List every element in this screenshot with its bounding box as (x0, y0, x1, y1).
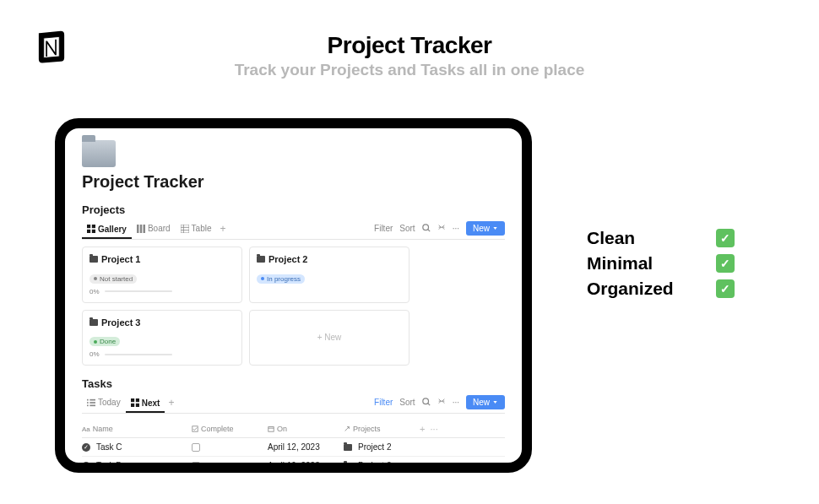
chevron-down-icon (492, 399, 498, 405)
projects-view-bar: Gallery Board Table + Filter Sort ··· N (82, 221, 505, 240)
progress-bar (105, 354, 172, 355)
column-projects[interactable]: Projects (344, 424, 420, 434)
card-title: Project 1 (101, 254, 140, 264)
hero-title: Project Tracker (0, 32, 819, 59)
list-icon (87, 398, 95, 407)
column-name[interactable]: AaName (82, 424, 192, 434)
task-date: April 19, 2023 (268, 461, 344, 470)
tab-table-label: Table (192, 224, 212, 233)
search-icon (422, 398, 431, 406)
checkmark-icon: ✓ (716, 254, 735, 273)
sort-button[interactable]: Sort (396, 224, 418, 233)
folder-icon (89, 256, 98, 263)
table-row[interactable]: ✓Task D April 19, 2023 Project 3 (82, 457, 505, 473)
table-icon (181, 225, 189, 233)
tasks-section-title: Tasks (82, 377, 505, 390)
svg-rect-1 (92, 225, 95, 228)
tab-gallery-label: Gallery (98, 225, 127, 234)
tab-gallery[interactable]: Gallery (82, 223, 132, 239)
tablet-frame: Project Tracker Projects Gallery Board T… (55, 118, 532, 473)
svg-rect-0 (87, 225, 90, 228)
svg-rect-3 (92, 230, 95, 233)
task-name: Task C (96, 442, 122, 452)
tasks-filter-button[interactable]: Filter (371, 398, 396, 407)
new-button-label: New (473, 224, 490, 233)
svg-line-12 (427, 229, 430, 231)
filter-button[interactable]: Filter (371, 224, 396, 233)
expand-button[interactable] (434, 224, 449, 234)
svg-rect-17 (87, 404, 89, 406)
feature-label: Minimal (587, 253, 653, 274)
svg-rect-20 (136, 398, 139, 402)
folder-icon (344, 463, 352, 469)
tasks-view-bar: Today Next + Filter Sort ··· New (82, 395, 505, 414)
folder-icon (82, 140, 116, 167)
svg-rect-13 (87, 398, 89, 400)
progress-label: 0% (89, 350, 100, 358)
check-icon: ✓ (82, 462, 90, 470)
task-name: Task D (96, 461, 122, 470)
tab-board-label: Board (148, 224, 171, 233)
page-title: Project Tracker (82, 172, 505, 192)
add-task-view-button[interactable]: + (165, 397, 177, 409)
feature-item: Minimal ✓ (587, 253, 735, 274)
folder-icon (344, 444, 352, 451)
folder-icon (257, 256, 265, 263)
feature-item: Organized ✓ (587, 279, 735, 299)
folder-icon (89, 319, 98, 326)
svg-rect-5 (140, 225, 143, 233)
tasks-search-button[interactable] (419, 398, 434, 408)
project-card[interactable]: Project 2 In progress (249, 247, 410, 303)
svg-point-23 (422, 398, 428, 404)
table-row[interactable]: ✓Task C April 12, 2023 Project 2 (82, 438, 505, 457)
hero-subtitle: Track your Projects and Tasks all in one… (0, 61, 819, 79)
add-column-button[interactable]: + ··· (420, 424, 438, 434)
svg-rect-7 (181, 225, 189, 233)
tasks-expand-button[interactable] (434, 398, 449, 408)
status-badge: Not started (89, 274, 137, 284)
checkbox[interactable] (192, 462, 200, 470)
column-on[interactable]: On (268, 424, 344, 434)
new-project-card[interactable]: + New (249, 310, 410, 366)
tab-table[interactable]: Table (176, 222, 217, 235)
chevron-down-icon (492, 225, 498, 231)
task-date: April 12, 2023 (268, 442, 344, 452)
column-complete[interactable]: Complete (192, 424, 268, 434)
search-button[interactable] (419, 224, 434, 234)
svg-rect-26 (268, 427, 274, 432)
progress-bar (105, 290, 172, 292)
svg-rect-14 (89, 398, 95, 400)
svg-rect-2 (87, 230, 90, 233)
tasks-more-button[interactable]: ··· (449, 398, 463, 407)
tab-next[interactable]: Next (126, 397, 165, 413)
checkmark-icon: ✓ (716, 229, 735, 247)
more-button[interactable]: ··· (449, 224, 463, 233)
project-card[interactable]: Project 3 Done 0% (82, 310, 242, 366)
task-project: Project 3 (358, 461, 391, 470)
svg-point-11 (422, 224, 428, 230)
tab-board[interactable]: Board (132, 222, 176, 235)
relation-icon (344, 425, 350, 432)
checkbox-icon (192, 425, 198, 432)
tab-today[interactable]: Today (82, 396, 126, 409)
new-project-button[interactable]: New (466, 221, 505, 236)
svg-rect-4 (137, 225, 139, 233)
board-icon (137, 225, 145, 233)
projects-gallery: Project 1 Not started 0% Project 2 In pr… (82, 247, 505, 366)
project-card[interactable]: Project 1 Not started 0% (82, 247, 242, 303)
card-title: Project 2 (268, 254, 307, 264)
progress-label: 0% (89, 288, 100, 295)
svg-rect-18 (89, 404, 95, 406)
new-task-button[interactable]: New (466, 395, 505, 409)
svg-rect-6 (143, 225, 145, 233)
grid-icon (131, 398, 139, 407)
svg-rect-15 (87, 402, 89, 404)
checkbox[interactable] (192, 443, 200, 452)
add-view-button[interactable]: + (217, 223, 230, 235)
feature-label: Organized (587, 279, 674, 299)
tasks-sort-button[interactable]: Sort (396, 398, 418, 407)
projects-section-title: Projects (82, 203, 505, 216)
svg-line-24 (427, 403, 430, 405)
tab-next-label: Next (142, 398, 160, 408)
calendar-icon (268, 425, 274, 432)
